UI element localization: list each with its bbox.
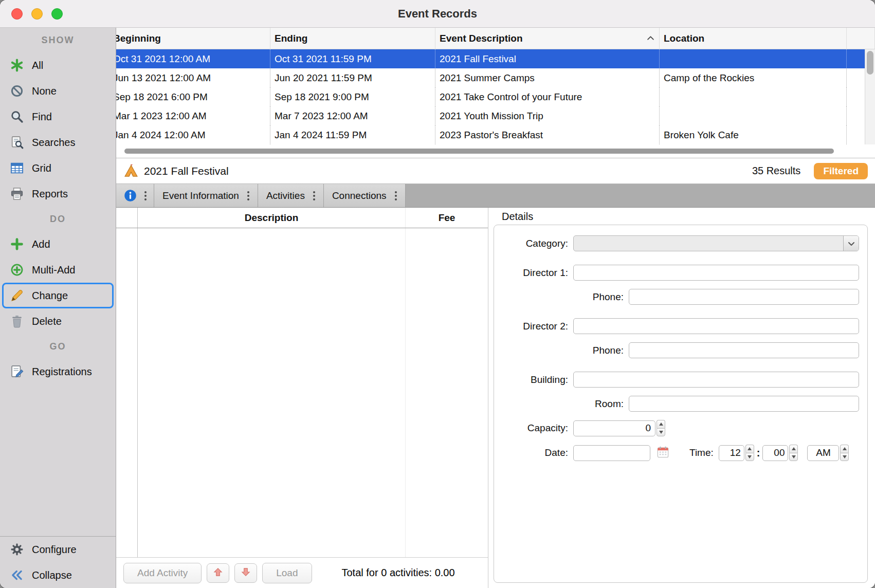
sidebar-item-label: Find	[32, 111, 52, 123]
minimize-window-button[interactable]	[31, 8, 43, 20]
sidebar-item-grid[interactable]: Grid	[0, 155, 116, 181]
tab-connections[interactable]: Connections	[324, 184, 406, 207]
sidebar-item-label: Grid	[32, 162, 51, 174]
director1-phone-field[interactable]	[629, 289, 859, 305]
activities-table-header: Description Fee	[116, 208, 488, 228]
category-dropdown[interactable]	[573, 235, 859, 251]
column-header-event-description[interactable]: Event Description	[435, 28, 660, 49]
activities-footer: Add Activity Load Total for 0 activities…	[116, 557, 488, 588]
horizontal-scrollbar[interactable]	[116, 144, 875, 158]
move-up-button[interactable]	[207, 563, 229, 583]
time-hour-field[interactable]	[719, 445, 744, 461]
sidebar-section-show: SHOW	[0, 28, 116, 52]
category-row: Category:	[496, 235, 859, 251]
sidebar-item-all[interactable]: All	[0, 52, 116, 78]
column-header-beginning[interactable]: Beginning	[116, 28, 270, 49]
kebab-menu-icon[interactable]	[247, 191, 249, 193]
sidebar-item-label: Add	[32, 238, 50, 250]
director2-phone-field[interactable]	[629, 342, 859, 358]
calendar-button[interactable]	[653, 445, 672, 461]
time-label: Time:	[689, 447, 719, 458]
cell-description: 2021 Fall Festival	[435, 49, 660, 68]
close-window-button[interactable]	[11, 8, 23, 20]
sidebar-item-searches[interactable]: Searches	[0, 130, 116, 155]
stepper-up-button[interactable]	[745, 445, 754, 453]
director2-phone-row: Phone:	[496, 342, 859, 358]
table-row[interactable]: Oct 31 2021 12:00 AM Oct 31 2021 11:59 P…	[116, 49, 875, 68]
sidebar-item-configure[interactable]: Configure	[0, 537, 116, 562]
activities-table-body[interactable]	[116, 228, 488, 557]
sidebar-item-delete[interactable]: Delete	[0, 308, 116, 334]
tab-activities[interactable]: Activities	[258, 184, 324, 207]
date-field[interactable]	[573, 445, 650, 461]
room-field[interactable]	[629, 396, 859, 412]
stepper-down-button[interactable]	[789, 453, 798, 462]
tab-event-information[interactable]: Event Information	[154, 184, 258, 207]
stepper-down-button[interactable]	[745, 453, 754, 462]
sidebar-item-add[interactable]: Add	[0, 231, 116, 257]
time-meridiem-field[interactable]	[807, 445, 839, 461]
table-row[interactable]: Mar 1 2023 12:00 AM Mar 7 2023 12:00 AM …	[116, 106, 875, 125]
sidebar-item-multi-add[interactable]: Multi-Add	[0, 257, 116, 283]
details-box: Category: Director 1: Phone:	[494, 225, 868, 583]
stepper-down-button[interactable]	[657, 428, 665, 437]
cell-description: 2023 Pastor's Breakfast	[435, 125, 660, 144]
vertical-scrollbar-thumb[interactable]	[867, 51, 873, 75]
sidebar-item-label: Reports	[32, 188, 68, 200]
horizontal-scrollbar-thumb[interactable]	[124, 149, 834, 154]
sidebar-item-none[interactable]: None	[0, 78, 116, 104]
grid-icon	[9, 160, 25, 176]
info-icon[interactable]	[123, 189, 137, 203]
stepper-up-button[interactable]	[840, 445, 849, 453]
stepper-down-button[interactable]	[840, 453, 849, 462]
building-field[interactable]	[573, 372, 859, 388]
phone-label: Phone:	[496, 345, 629, 356]
kebab-menu-icon[interactable]	[395, 191, 397, 193]
capacity-field[interactable]	[573, 420, 655, 436]
column-header-label: Location	[664, 33, 842, 44]
cell-beginning: Jun 13 2021 12:00 AM	[116, 68, 270, 87]
column-header-ending[interactable]: Ending	[270, 28, 435, 49]
phone-label: Phone:	[496, 291, 629, 303]
director1-phone-row: Phone:	[496, 289, 859, 305]
table-row[interactable]: Sep 18 2021 6:00 PM Sep 18 2021 9:00 PM …	[116, 87, 875, 106]
capacity-row: Capacity:	[496, 420, 859, 436]
arrow-up-icon	[212, 566, 224, 579]
director1-field[interactable]	[573, 265, 859, 281]
cell-ending: Jan 4 2024 11:59 PM	[270, 125, 435, 144]
sidebar-item-change[interactable]: Change	[2, 283, 114, 308]
sidebar-item-reports[interactable]: Reports	[0, 181, 116, 207]
time-minute-field[interactable]	[762, 445, 788, 461]
kebab-menu-icon[interactable]	[144, 191, 147, 193]
activities-gutter-header	[116, 208, 138, 228]
column-header-location[interactable]: Location	[660, 28, 847, 49]
sidebar-item-registrations[interactable]: Registrations	[0, 359, 116, 384]
director2-field[interactable]	[573, 318, 859, 334]
zoom-window-button[interactable]	[51, 8, 63, 20]
table-row[interactable]: Jan 4 2024 12:00 AM Jan 4 2024 11:59 PM …	[116, 125, 875, 144]
room-label: Room:	[496, 398, 629, 410]
chevron-down-icon[interactable]	[843, 236, 859, 251]
stepper-up-button[interactable]	[657, 420, 665, 428]
sidebar-item-label: Multi-Add	[32, 264, 75, 276]
calendar-icon	[656, 445, 670, 461]
move-down-button[interactable]	[234, 563, 257, 583]
sidebar-item-find[interactable]: Find	[0, 104, 116, 130]
sidebar-item-label: Searches	[32, 137, 76, 149]
collapse-chevrons-icon	[9, 567, 25, 583]
filtered-badge[interactable]: Filtered	[814, 163, 868, 179]
details-legend: Details	[502, 211, 868, 223]
sidebar-item-collapse[interactable]: Collapse	[0, 562, 116, 588]
cell-location	[660, 49, 847, 68]
add-activity-button[interactable]: Add Activity	[123, 563, 202, 583]
cell-description: 2021 Take Control of your Future	[435, 87, 660, 106]
kebab-menu-icon[interactable]	[313, 191, 315, 193]
stepper-up-button[interactable]	[789, 445, 798, 453]
load-button[interactable]: Load	[262, 563, 312, 583]
table-row[interactable]: Jun 13 2021 12:00 AM Jun 20 2021 11:59 P…	[116, 68, 875, 87]
record-bar: 2021 Fall Festival 35 Results Filtered	[116, 158, 875, 184]
cell-ending: Sep 18 2021 9:00 PM	[270, 87, 435, 106]
cell-description: 2021 Summer Camps	[435, 68, 660, 87]
vertical-scrollbar[interactable]	[865, 49, 875, 144]
cell-beginning: Sep 18 2021 6:00 PM	[116, 87, 270, 106]
